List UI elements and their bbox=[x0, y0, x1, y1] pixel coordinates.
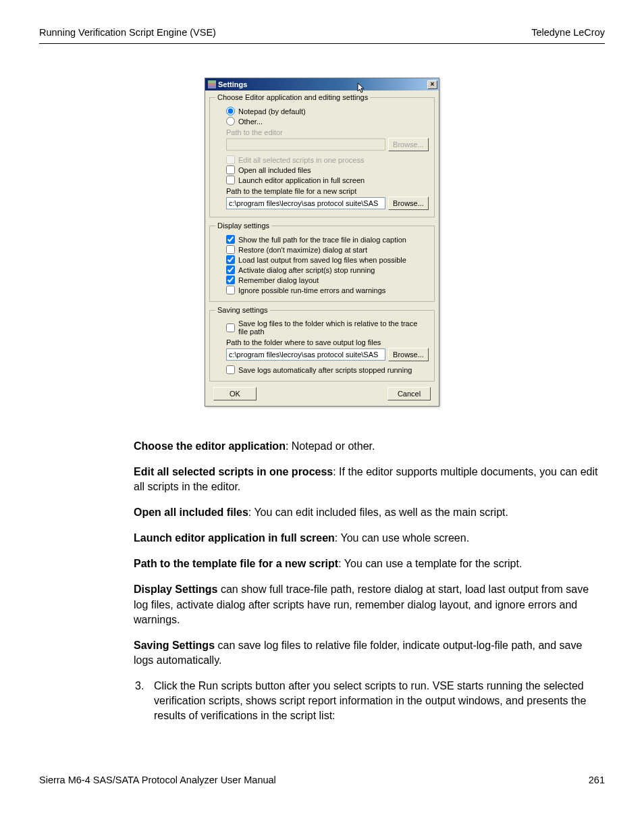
saving-group-legend: Saving settings bbox=[215, 306, 270, 314]
browse-template-button[interactable]: Browse... bbox=[388, 197, 429, 210]
svg-rect-2 bbox=[208, 86, 216, 88]
para-fullscreen: Launch editor application in full screen… bbox=[134, 531, 605, 546]
chk-relative[interactable] bbox=[226, 323, 235, 332]
chk-activate[interactable] bbox=[226, 265, 235, 274]
chk-activate-label: Activate dialog after script(s) stop run… bbox=[238, 266, 375, 274]
template-path-input[interactable] bbox=[226, 197, 385, 209]
chk-fullpath[interactable] bbox=[226, 235, 235, 244]
header-right: Teledyne LeCroy bbox=[531, 27, 605, 38]
chk-fullpath-label: Show the full path for the trace file in… bbox=[238, 236, 406, 244]
para-template: Path to the template file for a new scri… bbox=[134, 556, 605, 571]
log-folder-label: Path to the folder where to save output … bbox=[226, 338, 429, 346]
footer-left: Sierra M6-4 SAS/SATA Protocol Analyzer U… bbox=[39, 775, 276, 785]
step-3: Click the Run scripts button after you s… bbox=[150, 679, 605, 723]
template-path-label: Path to the template file for a new scri… bbox=[226, 187, 429, 195]
chk-open-all-label: Open all included files bbox=[238, 166, 311, 174]
editor-group-legend: Choose Editor application and editing se… bbox=[215, 93, 370, 101]
chk-edit-all bbox=[226, 155, 235, 164]
display-group: Display settings Show the full path for … bbox=[209, 221, 435, 302]
chk-remember-label: Remember dialog layout bbox=[238, 276, 319, 284]
footer-page-number: 261 bbox=[589, 775, 605, 785]
dialog-title: Settings bbox=[218, 80, 247, 88]
radio-notepad-label: Notepad (by default) bbox=[238, 107, 306, 115]
dialog-titlebar: Settings × bbox=[205, 78, 439, 90]
chk-fullscreen-label: Launch editor application in full screen bbox=[238, 176, 365, 184]
display-group-legend: Display settings bbox=[215, 221, 271, 230]
chk-remember[interactable] bbox=[226, 276, 235, 284]
para-edit-all: Edit all selected scripts in one process… bbox=[134, 465, 605, 494]
close-button[interactable]: × bbox=[427, 80, 437, 89]
svg-rect-1 bbox=[208, 83, 216, 86]
settings-icon bbox=[208, 80, 216, 88]
chk-ignore-label: Ignore possible run-time errors and warn… bbox=[238, 286, 385, 294]
editor-path-input bbox=[226, 138, 385, 151]
svg-rect-0 bbox=[208, 80, 216, 83]
chk-autosave[interactable] bbox=[226, 365, 235, 374]
chk-edit-all-label: Edit all selected scripts in one process bbox=[238, 156, 364, 164]
chk-open-all[interactable] bbox=[226, 165, 235, 174]
browse-editor-button: Browse... bbox=[388, 138, 429, 151]
chk-relative-label: Save log files to the folder which is re… bbox=[238, 319, 429, 336]
chk-fullscreen[interactable] bbox=[226, 176, 235, 184]
para-open-all: Open all included files: You can edit in… bbox=[134, 505, 605, 520]
chk-loadlast-label: Load last output from saved log files wh… bbox=[238, 256, 406, 264]
chk-restore-label: Restore (don't maximize) dialog at start bbox=[238, 246, 367, 254]
cancel-button[interactable]: Cancel bbox=[387, 387, 431, 400]
para-choose-editor: Choose the editor application: Notepad o… bbox=[134, 439, 605, 454]
settings-dialog: Settings × Choose Editor application and… bbox=[205, 78, 439, 407]
para-saving: Saving Settings can save log files to re… bbox=[134, 638, 605, 668]
chk-loadlast[interactable] bbox=[226, 255, 235, 264]
chk-autosave-label: Save logs automatically after scripts st… bbox=[238, 366, 412, 374]
radio-notepad[interactable] bbox=[226, 107, 235, 115]
chk-restore[interactable] bbox=[226, 245, 235, 254]
log-folder-input[interactable] bbox=[226, 348, 385, 361]
ok-button[interactable]: OK bbox=[213, 387, 257, 400]
header-left: Running Verification Script Engine (VSE) bbox=[39, 27, 216, 38]
browse-log-button[interactable]: Browse... bbox=[388, 348, 429, 361]
chk-ignore[interactable] bbox=[226, 286, 235, 294]
radio-other-label: Other... bbox=[238, 118, 263, 126]
radio-other[interactable] bbox=[226, 117, 235, 126]
editor-path-label: Path to the editor bbox=[226, 128, 429, 136]
saving-group: Saving settings Save log files to the fo… bbox=[209, 306, 435, 382]
para-display: Display Settings can show full trace-fil… bbox=[134, 582, 605, 627]
editor-group: Choose Editor application and editing se… bbox=[209, 93, 435, 217]
